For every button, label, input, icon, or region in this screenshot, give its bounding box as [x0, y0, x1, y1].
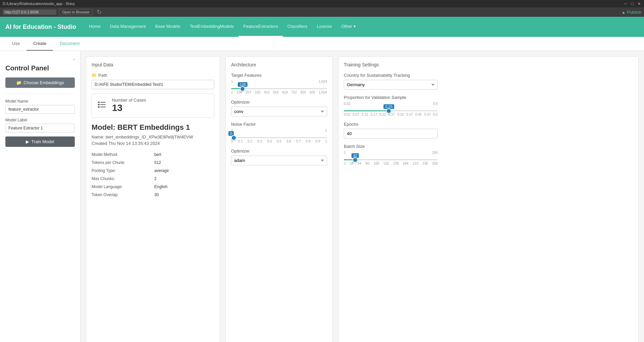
validation-container: Proportion for Validation Sample 0.02 0.…: [344, 95, 633, 116]
detail-label-2: Pooling Type:: [92, 167, 152, 174]
model-name-input[interactable]: [5, 105, 75, 114]
model-name-label: Model Name: [5, 99, 75, 104]
architecture-title: Architecture: [231, 62, 327, 67]
tab-create[interactable]: Create: [26, 37, 53, 51]
model-label-group: Model Label: [5, 118, 75, 132]
noise-thumb[interactable]: [231, 135, 236, 140]
nav-base-models[interactable]: Base Models: [151, 17, 185, 37]
svg-rect-1: [100, 102, 106, 103]
content-area: Input Data 📁 Path: [80, 51, 644, 342]
detail-value-5: 30: [154, 191, 214, 198]
detail-label-3: Max Chunks:: [92, 175, 152, 182]
target-max-label: 1,024: [319, 80, 327, 83]
validation-fill: [344, 110, 389, 111]
choose-embeddings-button[interactable]: 📁 Choose Embeddings: [5, 77, 75, 88]
training-settings-panel: Training Settings Country for Sustainabi…: [338, 56, 639, 342]
nav-home[interactable]: Home: [84, 17, 105, 37]
nav-feature-extractors[interactable]: FeatureExtractors: [238, 17, 282, 37]
target-tick-labels: 1 104 207 310 413 516 619 722 825 928 1,…: [231, 91, 327, 94]
noise-max-label: 1: [325, 129, 327, 132]
epochs-container: Epochs: [344, 122, 633, 138]
tabs-bar: Use Create Document: [0, 37, 644, 51]
navbar: AI for Education - Studio Home Data Mana…: [0, 17, 644, 37]
nav-items: Home Data Management Base Models TextEmb…: [84, 17, 361, 37]
detail-label-4: Model Language:: [92, 183, 152, 190]
target-features-container: Target Features 1 1,024 128 1 104 207 3: [231, 73, 327, 94]
nav-text-embedding-models[interactable]: TextEmbeddingModels: [185, 17, 239, 37]
noise-factor-label: Noise Factor: [231, 122, 327, 127]
nav-license[interactable]: License: [312, 17, 337, 37]
optimizer2-select[interactable]: adam: [231, 156, 327, 165]
batch-min-label: 2: [344, 151, 346, 155]
target-features-label: Target Features: [231, 73, 327, 78]
cases-box: Number of Cases 13: [92, 93, 214, 118]
model-label-label: Model Label: [5, 118, 75, 122]
model-name-text: Name: bert_embeddings_ID_XPw3E9Pe9jTW4EV…: [92, 134, 214, 139]
maximize-button[interactable]: □: [630, 1, 635, 6]
input-data-panel: Input Data 📁 Path: [86, 56, 220, 342]
sidebar-divider: [5, 93, 75, 94]
validation-label: Proportion for Validation Sample: [344, 95, 633, 100]
refresh-icon[interactable]: ↻: [97, 8, 102, 16]
country-container: Country for Sustainability Tracking Germ…: [344, 73, 633, 90]
batch-label: Batch Size: [344, 144, 633, 149]
train-model-button[interactable]: ▶ Train Model: [5, 136, 75, 147]
epochs-label: Epochs: [344, 122, 633, 127]
architecture-panel: Architecture Target Features 1 1,024 128…: [225, 56, 333, 342]
open-in-browser-button[interactable]: Open in Browser: [59, 9, 93, 15]
sidebar-title: Control Panel: [5, 64, 75, 72]
main-layout: ‹ Control Panel 📁 Choose Embeddings Mode…: [0, 51, 644, 342]
cases-label: Number of Cases: [112, 98, 146, 103]
svg-rect-0: [98, 102, 100, 103]
nav-other[interactable]: Other ▾: [336, 17, 361, 37]
detail-label-0: Model Method:: [92, 151, 152, 158]
optimizer1-select[interactable]: conv: [231, 107, 327, 116]
detail-value-2: average: [154, 167, 214, 174]
noise-track: 0: [231, 137, 327, 138]
validation-max-label: 0.5: [433, 102, 438, 106]
cases-info: Number of Cases 13: [112, 98, 146, 113]
epochs-input[interactable]: [344, 129, 438, 138]
model-details: Model Method: bert Tokens per Chunk: 512…: [92, 151, 214, 198]
address-input[interactable]: [3, 9, 56, 15]
detail-label-5: Token Overlap:: [92, 191, 152, 198]
model-label-input[interactable]: [5, 124, 75, 132]
sidebar: ‹ Control Panel 📁 Choose Embeddings Mode…: [0, 51, 80, 342]
app-brand: AI for Education - Studio: [5, 23, 76, 31]
minimize-button[interactable]: ─: [623, 1, 628, 6]
validation-min-label: 0.02: [344, 102, 350, 106]
optimizer1-label: Optimizer: [231, 100, 327, 105]
title-bar-text: D:/Library/R/aifeducation/studio_app - S…: [3, 2, 75, 6]
validation-track: 0.25: [344, 110, 438, 111]
batch-thumb[interactable]: [353, 157, 358, 163]
folder-icon: 📁: [16, 80, 21, 85]
publish-button[interactable]: ▲ Publish: [621, 10, 641, 15]
svg-rect-4: [98, 106, 100, 108]
tab-use[interactable]: Use: [5, 37, 26, 51]
model-title: Model: BERT Embeddings 1: [92, 123, 214, 132]
country-label: Country for Sustainability Tracking: [344, 73, 633, 78]
detail-value-4: English: [154, 183, 214, 190]
sidebar-toggle-button[interactable]: ‹: [73, 56, 75, 62]
close-button[interactable]: ✕: [637, 1, 641, 6]
detail-label-1: Tokens per Chunk:: [92, 159, 152, 166]
chevron-down-icon: ▾: [354, 24, 356, 29]
path-input[interactable]: [92, 80, 214, 89]
validation-ticks: 0.02 0.07 0.12 0.17 0.22 0.27 0.32 0.37 …: [344, 113, 438, 116]
nav-classifiers[interactable]: Classifiers: [283, 17, 312, 37]
target-features-thumb[interactable]: [240, 86, 245, 92]
detail-value-0: bert: [154, 151, 214, 158]
nav-data-management[interactable]: Data Management: [105, 17, 151, 37]
folder-small-icon: 📁: [92, 73, 97, 78]
detail-value-1: 512: [154, 159, 214, 166]
optimizer2-label: Optimizer: [231, 149, 327, 154]
training-title: Training Settings: [344, 62, 633, 67]
train-icon: ▶: [26, 139, 29, 144]
tab-document[interactable]: Document: [53, 37, 86, 51]
validation-thumb[interactable]: [386, 108, 391, 114]
svg-rect-5: [100, 107, 106, 107]
country-select[interactable]: Germany: [344, 80, 438, 90]
list-icon: [97, 100, 107, 111]
target-min-label: 1: [231, 80, 233, 83]
svg-rect-3: [100, 104, 106, 105]
